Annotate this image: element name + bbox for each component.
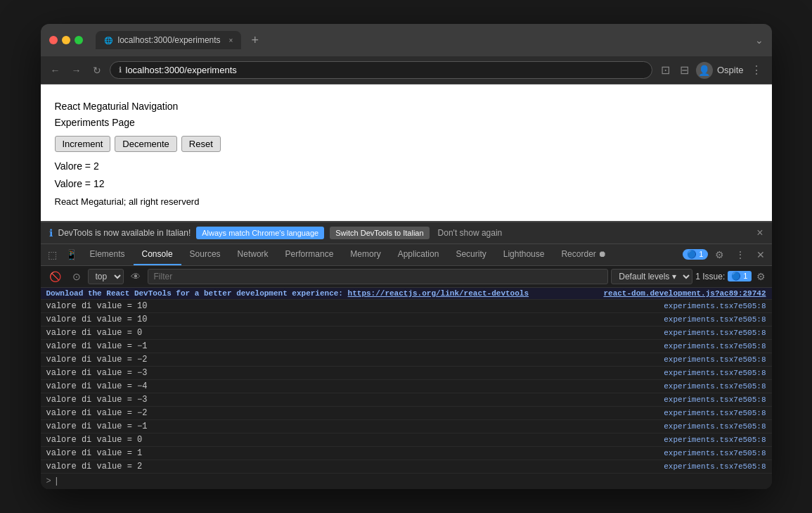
log-row-5: valore di value = −2 experiments.tsx7e50…: [41, 353, 772, 367]
value1: Valore = 2: [55, 158, 758, 175]
reset-btn[interactable]: Reset: [181, 136, 221, 152]
tab-performance[interactable]: Performance: [277, 244, 342, 265]
console-output: Download the React DevTools for a better…: [41, 288, 772, 489]
page-values: Valore = 2 Valore = 12: [55, 158, 758, 193]
issues-badge: 🔵 1: [728, 271, 751, 281]
page-title: React Megaturial Navigation Experiments …: [55, 99, 758, 130]
notif-close-btn[interactable]: ×: [756, 227, 763, 239]
page-content: React Megaturial Navigation Experiments …: [41, 84, 772, 220]
log-row-6: valore di value = −3 experiments.tsx7e50…: [41, 367, 772, 380]
increment-btn[interactable]: Increment: [55, 136, 111, 152]
notif-text: DevTools is now available in Italian!: [58, 228, 191, 238]
devtools-panel: ℹ DevTools is now available in Italian! …: [41, 221, 772, 489]
log-row-4: valore di value = −1 experiments.tsx7e50…: [41, 340, 772, 353]
secure-icon: ℹ: [119, 65, 122, 75]
tab-network[interactable]: Network: [229, 244, 277, 265]
console-settings-btn[interactable]: ⚙: [754, 269, 768, 284]
log-file-11[interactable]: experiments.tsx7e505:8: [664, 436, 766, 444]
close-traffic-light[interactable]: [49, 36, 58, 44]
preserve-log-btn[interactable]: ⊙: [68, 269, 85, 284]
tab-memory[interactable]: Memory: [342, 244, 389, 265]
eye-filter-btn[interactable]: 👁: [127, 269, 145, 284]
filter-input[interactable]: [148, 269, 609, 284]
notification-bar: ℹ DevTools is now available in Italian! …: [41, 222, 772, 244]
new-tab-btn[interactable]: +: [251, 33, 259, 48]
reload-btn[interactable]: ↻: [90, 62, 104, 79]
decrement-btn[interactable]: Decemente: [115, 136, 176, 152]
devtools-tab-controls: 🔵 1 ⚙ ⋮ ✕: [683, 246, 768, 263]
issues-label: 1 Issue:: [695, 272, 725, 281]
tab-console[interactable]: Console: [134, 244, 181, 265]
log-row-8: valore di value = −3 experiments.tsx7e50…: [41, 393, 772, 407]
log-row-12: valore di value = 1 experiments.tsx7e505…: [41, 447, 772, 460]
value2: Valore = 12: [55, 175, 758, 193]
forward-btn[interactable]: →: [69, 62, 84, 79]
switch-language-btn[interactable]: Switch DevTools to Italian: [330, 227, 429, 239]
close-devtools-btn[interactable]: ✕: [752, 246, 769, 263]
translate-icon[interactable]: ⊡: [658, 61, 673, 80]
console-badge: 🔵 1: [683, 249, 707, 260]
console-cursor: |: [54, 476, 59, 486]
inspect-element-btn[interactable]: ⬚: [44, 246, 61, 263]
log-file-7[interactable]: experiments.tsx7e505:8: [664, 382, 766, 391]
tab-application[interactable]: Application: [389, 244, 448, 265]
context-select[interactable]: top: [88, 269, 124, 284]
tab-sources[interactable]: Sources: [181, 244, 229, 265]
log-file-8[interactable]: experiments.tsx7e505:8: [664, 395, 766, 404]
react-devtools-link[interactable]: https://reactjs.org/link/react-devtools: [348, 289, 529, 298]
log-file-3[interactable]: experiments.tsx7e505:8: [664, 329, 766, 337]
tab-elements[interactable]: Elements: [82, 244, 134, 265]
log-file-13[interactable]: experiments.tsx7e505:8: [664, 462, 766, 471]
traffic-lights: [49, 36, 83, 44]
page-title-line1: React Megaturial Navigation: [55, 99, 758, 114]
log-file-4[interactable]: experiments.tsx7e505:8: [664, 342, 766, 350]
clear-console-btn[interactable]: 🚫: [45, 269, 65, 284]
url-host: localhost:3000/experiments: [126, 65, 237, 75]
dismiss-btn[interactable]: Don't show again: [438, 228, 503, 238]
page-footer: React Megaturial; all right reserverd: [55, 196, 758, 207]
log-file-12[interactable]: experiments.tsx7e505:8: [664, 449, 766, 457]
console-input-row: > |: [41, 474, 772, 489]
account-avatar: 👤: [696, 62, 713, 79]
log-row-10: valore di value = −1 experiments.tsx7e50…: [41, 420, 772, 433]
tab-security[interactable]: Security: [447, 244, 494, 265]
log-row-11: valore di value = 0 experiments.tsx7e505…: [41, 433, 772, 447]
more-tabs-btn[interactable]: ⋮: [731, 246, 749, 263]
levels-select[interactable]: Default levels ▾: [611, 269, 692, 284]
match-language-btn[interactable]: Always match Chrome's language: [196, 227, 324, 239]
split-icon[interactable]: ⊟: [677, 61, 692, 80]
log-file-10[interactable]: experiments.tsx7e505:8: [664, 422, 766, 431]
minimize-traffic-light[interactable]: [62, 36, 70, 44]
tab-favicon: 🌐: [104, 37, 112, 44]
maximize-traffic-light[interactable]: [75, 36, 83, 44]
back-btn[interactable]: ←: [48, 62, 63, 79]
account-btn[interactable]: 👤 Ospite: [696, 62, 744, 79]
log-file-6[interactable]: experiments.tsx7e505:8: [664, 369, 766, 377]
tab-lighthouse[interactable]: Lighthouse: [495, 244, 553, 265]
log-row-2: valore di value = 10 experiments.tsx7e50…: [41, 313, 772, 327]
tab-close-btn[interactable]: ×: [229, 37, 233, 44]
active-tab[interactable]: 🌐 localhost:3000/experiments ×: [96, 31, 242, 49]
log-file-1[interactable]: experiments.tsx7e505:8: [664, 302, 766, 310]
log-row-7: valore di value = −4 experiments.tsx7e50…: [41, 380, 772, 393]
page-buttons: Increment Decemente Reset: [55, 136, 758, 152]
title-bar: 🌐 localhost:3000/experiments × + ⌄: [41, 24, 772, 56]
browser-window: 🌐 localhost:3000/experiments × + ⌄ ← → ↻…: [41, 24, 772, 488]
window-expand-btn[interactable]: ⌄: [755, 34, 763, 46]
notif-info-icon: ℹ: [49, 227, 53, 239]
log-file-5[interactable]: experiments.tsx7e505:8: [664, 355, 766, 364]
issues-indicator: 1 Issue: 🔵 1: [695, 271, 751, 281]
download-row: Download the React DevTools for a better…: [41, 288, 772, 300]
more-options-btn[interactable]: ⋮: [748, 61, 765, 80]
settings-btn[interactable]: ⚙: [711, 246, 728, 263]
log-file-2[interactable]: experiments.tsx7e505:8: [664, 315, 766, 324]
download-text: Download the React DevTools for a better…: [46, 289, 529, 298]
console-prompt: >: [46, 476, 51, 486]
device-toolbar-btn[interactable]: 📱: [61, 246, 82, 263]
log-file-9[interactable]: experiments.tsx7e505:8: [664, 409, 766, 417]
tab-recorder[interactable]: Recorder ⏺: [553, 244, 615, 265]
react-dom-file-ref[interactable]: react-dom.development.js?ac89:29742: [603, 289, 766, 298]
log-row-1: valore di value = 10 experiments.tsx7e50…: [41, 300, 772, 313]
url-text: localhost:3000/experiments: [126, 65, 237, 75]
url-bar[interactable]: ℹ localhost:3000/experiments: [110, 61, 652, 79]
